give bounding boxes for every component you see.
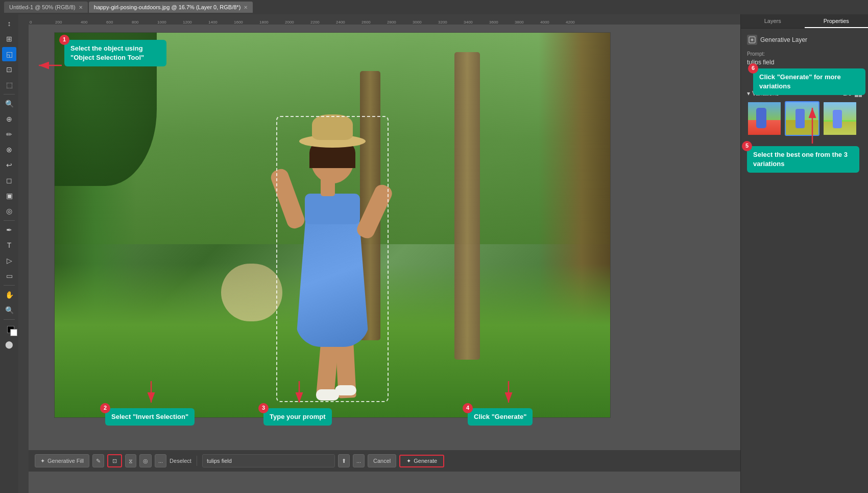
edit-icon-btn[interactable]: ✎ (92, 454, 104, 467)
tab-close-happy-girl[interactable]: ✕ (244, 5, 248, 10)
annotation-6: 6 Click "Generate" for more variations (753, 68, 865, 95)
ruler-mark: 0 (30, 20, 55, 25)
ruler-mark: 2200 (310, 20, 336, 25)
frame-tool[interactable]: ⬚ (2, 78, 16, 92)
scene-background (55, 33, 610, 417)
canvas-viewport[interactable]: 1 Select the object using "Object Select… (29, 25, 740, 472)
ruler-mark: 200 (55, 20, 81, 25)
quick-mask-mode[interactable]: ⬤ (2, 337, 16, 351)
clone-tool[interactable]: ⊗ (2, 143, 16, 157)
foreground-color[interactable] (2, 322, 16, 336)
annotation-number-5: 5 (742, 141, 752, 151)
generate-bottom-button[interactable]: ✦ Generate (399, 455, 444, 467)
ruler-mark: 2600 (361, 20, 387, 25)
annotation-5-text: Select the best one from the 3 variation… (753, 151, 848, 168)
prompt-more-btn[interactable]: ... (353, 454, 365, 467)
canvas-area: 0 200 400 600 800 1000 1200 1400 1600 18… (18, 14, 740, 493)
history-brush[interactable]: ↩ (2, 158, 16, 172)
ruler-mark: 1400 (208, 20, 234, 25)
tab-happy-girl[interactable]: happy-girl-posing-outdoors.jpg @ 16.7% (… (89, 2, 253, 13)
eyedropper-tool[interactable]: 🔍 (2, 97, 16, 111)
type-tool[interactable]: T (2, 238, 16, 252)
ruler-mark: 2800 (387, 20, 413, 25)
left-toolbar: ↕ ⊞ ◱ ⊡ ⬚ 🔍 ⊕ ✏ ⊗ ↩ ◻ ▣ ◎ ✒ T ▷ ▭ ✋ 🔍 ⬤ (0, 14, 18, 493)
annotation-5-wrapper: 5 Select the best one from the 3 variati… (747, 146, 862, 173)
gradient-tool[interactable]: ▣ (2, 189, 16, 203)
variation-thumb-1[interactable] (747, 101, 782, 136)
prompt-input[interactable] (202, 454, 335, 467)
ruler-mark: 3200 (438, 20, 464, 25)
object-select-tool[interactable]: ◱ (2, 47, 16, 61)
feather-btn[interactable]: ⧖ (125, 454, 136, 467)
annotation-2: 2 Select "Invert Selection" (105, 408, 195, 426)
ruler-mark: 1200 (183, 20, 208, 25)
tool-separator-4 (4, 319, 15, 320)
variations-grid (747, 101, 862, 136)
variations-chevron[interactable]: ▾ (747, 90, 750, 97)
layers-tab-label: Layers (764, 18, 781, 24)
ruler-mark: 1600 (234, 20, 259, 25)
variation-thumb-2[interactable] (785, 101, 819, 136)
thumb-2-image (786, 102, 818, 135)
annotation-6-text: Click "Generate" for more variations (759, 73, 841, 90)
annotation-number-4: 4 (463, 403, 473, 413)
annotation-number-2: 2 (100, 403, 110, 413)
crop-tool[interactable]: ⊡ (2, 62, 16, 77)
annotation-1: 1 Select the object using "Object Select… (64, 40, 166, 66)
ruler-mark: 3600 (489, 20, 515, 25)
deselect-button[interactable]: Deselect (170, 458, 191, 464)
tool-separator-2 (4, 220, 15, 221)
ruler-mark: 4000 (540, 20, 566, 25)
ruler-horizontal: 0 200 400 600 800 1000 1200 1400 1600 18… (29, 14, 740, 25)
shape-tool[interactable]: ▭ (2, 269, 16, 283)
refine-btn[interactable]: ◎ (139, 454, 152, 467)
more-options-btn[interactable]: ... (155, 454, 166, 467)
prompt-text-value: tulips field (747, 59, 862, 66)
artboard-tool[interactable]: ⊞ (2, 32, 16, 46)
gen-layer-icon (747, 35, 757, 45)
separator-1 (197, 456, 197, 466)
variation-thumb-3[interactable] (823, 101, 857, 136)
selection-mode-button[interactable]: ⊡ (107, 454, 122, 467)
tab-close-untitled[interactable]: ✕ (79, 5, 83, 10)
annotation-number-1: 1 (59, 35, 69, 45)
tab-bar: Untitled-1 @ 50% (RGB/8) ✕ happy-girl-po… (0, 0, 868, 14)
generative-layer-header: Generative Layer (747, 35, 862, 45)
brush-tool[interactable]: ✏ (2, 127, 16, 142)
canvas-image-background (55, 33, 610, 417)
cancel-button[interactable]: Cancel (368, 454, 396, 467)
hand-tool[interactable]: ✋ (2, 288, 16, 302)
ruler-mark: 2000 (285, 20, 310, 25)
pen-tool[interactable]: ✒ (2, 223, 16, 237)
annotation-5: 5 Select the best one from the 3 variati… (747, 146, 859, 173)
tab-untitled[interactable]: Untitled-1 @ 50% (RGB/8) ✕ (4, 2, 88, 13)
sparkle-icon: ✦ (40, 458, 45, 464)
move-tool[interactable]: ↕ (2, 16, 16, 31)
prompt-area-label: Prompt: (747, 51, 862, 57)
annotation-3-text: Type your prompt (270, 413, 326, 420)
tab-properties[interactable]: Properties (805, 14, 869, 28)
generative-fill-button[interactable]: ✦ Generative Fill (35, 454, 89, 467)
spot-heal-tool[interactable]: ⊕ (2, 112, 16, 126)
tab-untitled-label: Untitled-1 @ 50% (RGB/8) (9, 4, 76, 10)
annotation-4: 4 Click "Generate" (468, 408, 533, 426)
ruler-mark: 4200 (566, 20, 591, 25)
thumb-3-image (824, 102, 856, 135)
ruler-mark: 1000 (157, 20, 183, 25)
eraser-tool[interactable]: ◻ (2, 173, 16, 187)
ruler-h-marks: 0 200 400 600 800 1000 1200 1400 1600 18… (29, 14, 740, 25)
blur-tool[interactable]: ◎ (2, 204, 16, 218)
thumb-1-image (748, 102, 781, 135)
upload-icon-btn[interactable]: ⬆ (338, 454, 350, 467)
zoom-tool[interactable]: 🔍 (2, 303, 16, 317)
ruler-corner (18, 14, 29, 25)
annotation-number-3: 3 (258, 403, 269, 413)
ruler-mark: 800 (132, 20, 157, 25)
tab-layers[interactable]: Layers (741, 14, 805, 28)
annotation-6-wrapper: 6 Click "Generate" for more variations (740, 66, 868, 82)
annotation-3: 3 Type your prompt (263, 408, 332, 426)
tool-separator-1 (4, 94, 15, 95)
ruler-mark: 400 (81, 20, 106, 25)
path-select-tool[interactable]: ▷ (2, 253, 16, 268)
prompt-area: Prompt: tulips field (747, 51, 862, 66)
